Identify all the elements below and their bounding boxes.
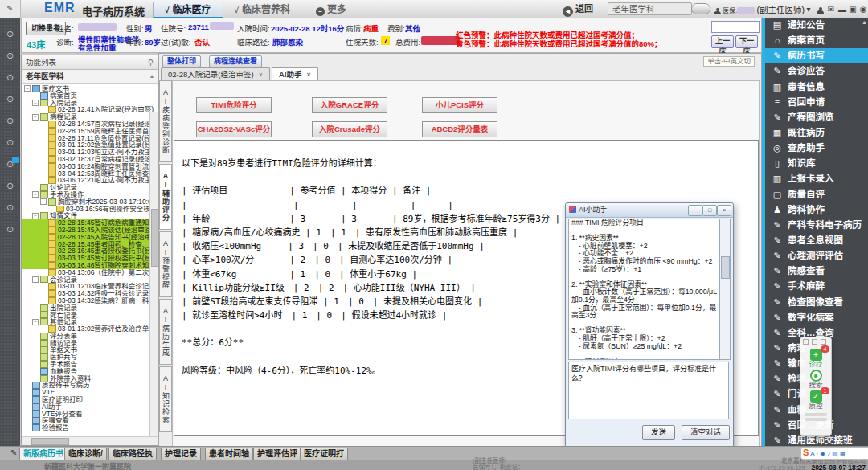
bottom-tab[interactable]: 护理评估评 <box>253 448 301 461</box>
quick-panel-item[interactable]: ✓1质控 <box>800 390 831 410</box>
sidebar-item[interactable]: ✎数字化病案 <box>765 310 868 325</box>
tree-item[interactable]: −03-03 16:46暂订胸腔穿刺术知情同 <box>22 262 158 269</box>
input-method-bar[interactable]: SA·◉♪▥▦ <box>800 447 868 460</box>
sidebar-item[interactable]: ▦既往病历 <box>765 125 868 141</box>
tree-item[interactable]: −医疗文书 <box>22 85 158 92</box>
tree-item[interactable]: −03-03 14:32感染病？肝病一科会 <box>22 297 158 304</box>
timeline-clock-icon[interactable]: ⊙ <box>5 181 15 191</box>
tree-item[interactable]: −VTE评分查看 <box>22 411 158 418</box>
pin-panel-icon[interactable]: ⚲ <box>148 55 154 69</box>
tree-item[interactable]: −03-01 12:03帕立达·阿不力孜主 <box>22 149 158 156</box>
bottom-tab[interactable]: 护理记录 <box>161 448 201 461</box>
tree-item[interactable]: −出院记录 <box>22 304 158 312</box>
tree-item[interactable]: −02-28 15:45入院告知书(经治审签 <box>22 234 158 241</box>
close-tab-icon[interactable]: × <box>306 71 310 79</box>
score-button[interactable]: 入院Crusade评分 <box>312 121 387 137</box>
sidebar-item[interactable]: ✎手术麻醉 <box>765 279 868 294</box>
dialog-minimize-button[interactable]: − <box>688 205 702 216</box>
tree-item[interactable]: −单据文书 <box>22 346 158 354</box>
tree-item[interactable]: −03-03 18:24胸腔穿刺置管引流术 <box>22 163 158 170</box>
ai-side-tab[interactable]: AI知识检索 <box>159 366 172 432</box>
sidebar-item[interactable]: ▥患者信息 <box>765 80 868 95</box>
tree-item[interactable]: −入院记录 <box>22 100 158 107</box>
tree-item[interactable]: −03-01 13:02营养评估及治疗单(经 <box>22 325 158 333</box>
sidebar-item[interactable]: ✎产科专科电子病历 <box>765 218 868 233</box>
search-oval-button[interactable] <box>691 3 710 14</box>
tree-item[interactable]: −02-28 15:59周晓辉主任医师首次 <box>22 128 158 135</box>
sidebar-scroll-up-icon[interactable]: ▲ <box>862 19 867 25</box>
sidebar-item[interactable]: ≡召回申请 <box>765 95 868 110</box>
score-button[interactable]: CHA2DS2-VASc评分 <box>196 121 272 137</box>
back-button[interactable]: ◄返回 <box>563 2 593 15</box>
tree-item[interactable]: −03-04 13:06（住院中）第二次知 <box>22 269 158 276</box>
sidebar-item[interactable]: ✎产程图浏览 <box>765 110 868 125</box>
tree-item[interactable]: −03-01 12:02危急值处置记录(经治 <box>22 141 158 149</box>
tree-item[interactable]: −死亡记录 <box>22 312 158 319</box>
ai-side-tab[interactable]: AI辅助评分 <box>159 164 172 230</box>
clear-chat-button[interactable]: 清空对话 <box>682 425 730 440</box>
tree-item[interactable]: −02-28 16:45患者授权委托书(经治 <box>22 247 158 255</box>
ai-side-tab[interactable]: AI病历生成 <box>159 299 172 365</box>
score-button[interactable]: 入院GRACE评分 <box>312 97 387 113</box>
tree-item[interactable]: −病程记录 <box>22 113 158 121</box>
tree-item[interactable]: −评分表单 <box>22 333 158 340</box>
tree-item[interactable]: −检验报告 <box>22 424 158 431</box>
tree-item[interactable]: −胸腔穿刺术2025-03-03 17:10:00 <box>22 198 158 206</box>
bottom-tab[interactable]: 患者时间轴 <box>205 448 253 461</box>
quick-panel-item[interactable]: +4诊疗 <box>800 349 831 368</box>
sidebar-item[interactable]: ▥上报卡录入 <box>765 171 868 186</box>
ai-side-tab[interactable]: AI疾病鉴别诊断 <box>159 80 172 162</box>
tree-item[interactable]: −02-28 14:57首次病程记录(经治审 <box>22 121 158 128</box>
score-button[interactable]: 小儿PCIS评分 <box>422 97 497 113</box>
bottom-tab[interactable]: 临床诊断/ <box>64 448 107 461</box>
timeline-clock-icon[interactable]: ⊙ <box>5 51 15 61</box>
score-button[interactable]: ABCD2评分量表 <box>422 121 497 137</box>
sidebar-item[interactable]: ▯知识库 <box>765 156 868 171</box>
sidebar-item[interactable]: ♟跨科协作 <box>765 202 868 218</box>
tree-item[interactable]: −VTE <box>22 389 158 396</box>
tree-item[interactable]: −手术及操作 <box>22 191 158 198</box>
tree-item[interactable]: −02-28 15:45暂订病危病重通知书( <box>22 219 158 227</box>
tree-item[interactable]: −讨论记录 <box>22 184 158 191</box>
sidebar-item[interactable]: ▢质量自评 <box>765 187 868 202</box>
timeline-clock-icon[interactable]: ⊙ <box>5 29 15 39</box>
dialog-scrollbar[interactable] <box>719 219 731 360</box>
tree-item[interactable]: −随访记录 <box>22 340 158 347</box>
power-icon[interactable]: ◉ <box>857 3 868 16</box>
tree-item[interactable]: −医护共写 <box>22 354 158 361</box>
timeline-clock-icon[interactable]: ⊙ <box>5 224 15 235</box>
sidebar-item[interactable]: ✎心理测评评估 <box>765 248 868 264</box>
quick-panel-item[interactable]: ●搜索 <box>800 370 831 389</box>
timeline-clock-icon[interactable]: ⊙ <box>5 159 15 170</box>
ai-side-tab[interactable]: AI预警提醒 <box>159 231 172 297</box>
tree-item[interactable]: −03-03 15:45暂订授权委托书(经治 <box>22 255 158 262</box>
sidebar-item[interactable]: ✎院感查看 <box>765 264 868 279</box>
score-button[interactable]: TIMI危险评分 <box>196 97 272 113</box>
tree-vertical-scrollbar[interactable] <box>149 112 158 439</box>
tree-item[interactable]: −03-02 18:37日常病程记录(经治审 <box>22 156 158 163</box>
tree-item[interactable]: −血糖报告 <box>22 368 158 375</box>
dialog-chat-content[interactable]: ### TIMI 危险评分项目 1. **病史因素** - 心脏前壁肌梗塞：+2… <box>568 219 721 360</box>
tree-item[interactable]: −其他记录 <box>22 318 158 325</box>
tree-item[interactable]: −AI助手 <box>22 403 158 411</box>
tree-item[interactable]: −03-01 12:03临床营养科会诊记录 <box>22 283 158 290</box>
sidebar-item[interactable]: ◎查房助手 <box>765 141 868 156</box>
tree-horizontal-scrollbar[interactable] <box>22 436 158 445</box>
send-button[interactable]: 发送 <box>642 425 675 440</box>
dialog-maximize-button[interactable]: □ <box>702 205 717 216</box>
tree-item[interactable]: −知情文件 <box>22 212 158 219</box>
tree-item[interactable]: −病案首页 <box>22 92 158 100</box>
timeline-clock-icon[interactable]: ⊙ <box>5 116 15 126</box>
tree-item[interactable]: −外院带入资料 <box>22 375 158 382</box>
sidebar-item[interactable]: ✎会诊应答 <box>765 63 868 79</box>
tree-item[interactable]: −03-03 16:56有创操作安全核查表 <box>22 206 158 213</box>
dialog-input-box[interactable]: 医疗入院TIMI评分有哪些项目，评分标准是什么？ <box>568 362 729 419</box>
timeline-clock-icon[interactable]: ⊙ <box>5 137 15 148</box>
dialog-close-button[interactable]: × <box>717 205 731 216</box>
document-tab[interactable]: AI助手× <box>272 67 318 80</box>
top-nav-tab[interactable]: √临床营养科 <box>223 2 302 17</box>
bottom-tab[interactable]: 医疗证明打 <box>300 448 348 461</box>
top-nav-tab[interactable]: √临床医疗 <box>153 2 223 19</box>
tree-item[interactable]: −03-04 12:53周晓辉主任医师查房 <box>22 170 158 178</box>
tree-item[interactable]: −02-28 15:45入院谈话(经治审签) <box>22 227 158 234</box>
